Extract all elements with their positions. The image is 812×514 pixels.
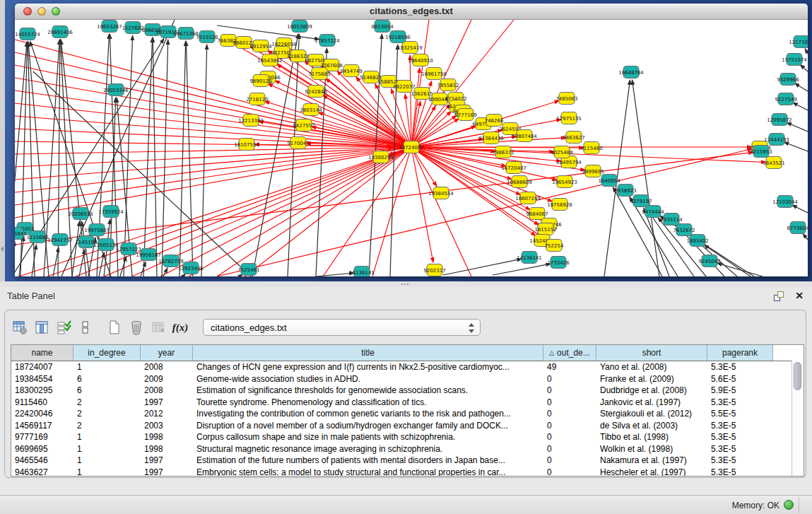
table-row[interactable]: 969969511998Structural magnetic resonanc… <box>11 443 804 455</box>
splitter-grip-icon[interactable] <box>401 283 409 286</box>
network-node[interactable]: 752254 <box>545 240 564 252</box>
table-row[interactable]: 1456911722003Disruption of a novel membe… <box>11 420 804 432</box>
network-node[interactable]: 746266 <box>485 115 504 127</box>
network-node[interactable]: 3175685 <box>308 68 330 80</box>
network-node[interactable]: 8427552 <box>293 119 314 132</box>
network-node[interactable]: 10688609 <box>507 176 532 188</box>
network-node[interactable]: 8938923 <box>614 185 636 197</box>
network-node[interactable]: 16648784 <box>618 66 644 78</box>
column-header-in_degree[interactable]: in_degree <box>73 345 141 361</box>
table-row[interactable]: 977716911998Corpus callosum shape and si… <box>11 431 804 443</box>
network-node[interactable]: 9227349 <box>775 93 796 105</box>
network-node[interactable]: 16053809 <box>287 21 312 33</box>
network-node[interactable]: 15720407 <box>501 162 526 174</box>
network-node[interactable]: 9474444 <box>642 206 664 218</box>
scrollbar-thumb[interactable] <box>794 362 801 390</box>
network-node[interactable]: 18640910 <box>408 54 433 66</box>
table-row[interactable]: 1938455462009Genome-wide association stu… <box>11 373 804 385</box>
network-node[interactable]: 14136141 <box>517 252 542 264</box>
network-node[interactable]: 18756928 <box>547 199 572 211</box>
close-panel-icon[interactable]: ✕ <box>795 290 804 301</box>
network-node[interactable]: 7632672 <box>673 224 695 236</box>
table-row[interactable]: 2242004622012Investigating the contribut… <box>11 408 804 420</box>
network-node[interactable]: 7525461 <box>237 264 259 276</box>
table-scrollbar[interactable] <box>792 361 804 476</box>
network-node[interactable]: 8912954 <box>249 40 272 52</box>
network-node[interactable]: 9025488 <box>551 146 572 158</box>
network-node[interactable]: 15136141 <box>349 267 375 277</box>
network-node[interactable]: 2935114 <box>660 214 683 226</box>
network-node[interactable]: 8454749 <box>340 65 362 77</box>
network-node[interactable]: 8215953 <box>750 146 772 158</box>
table-options-button[interactable] <box>11 318 29 337</box>
network-node[interactable]: 9777169 <box>454 109 476 121</box>
network-node[interactable]: 12173044 <box>789 36 808 48</box>
table-row[interactable]: 946554611997Estimation of the future num… <box>11 455 804 467</box>
network-node[interactable]: 19975887 <box>84 224 110 236</box>
network-node[interactable]: 17359924 <box>98 206 124 218</box>
network-node[interactable]: 19384554 <box>428 187 454 199</box>
delete-column-button[interactable] <box>127 318 146 337</box>
network-node[interactable]: 1527602 <box>122 22 143 34</box>
table-selector-dropdown[interactable]: citations_edges.txt <box>203 319 481 336</box>
network-node[interactable]: 9202317 <box>423 264 445 276</box>
show-columns-button[interactable] <box>33 318 51 337</box>
network-node[interactable]: 7515526 <box>196 31 218 43</box>
network-node[interactable]: 15751074 <box>782 54 807 66</box>
table-row[interactable]: 946362711997Embryonic stem cells: a mode… <box>11 467 804 477</box>
select-rows-button[interactable] <box>54 318 73 337</box>
column-header-name[interactable]: name <box>11 345 73 361</box>
cell-pagerank: 5.3E-5 <box>707 431 773 443</box>
network-node[interactable]: 8813054 <box>371 21 394 33</box>
network-node[interactable]: 7986372 <box>492 146 514 158</box>
node-label: 9025488 <box>551 150 572 156</box>
table-row[interactable]: 911546021997Tourette syndrome. Phenomeno… <box>11 397 804 409</box>
network-node[interactable]: 1815152 <box>534 223 556 235</box>
network-node[interactable]: 7955812 <box>437 79 459 91</box>
network-node[interactable]: 19654923 <box>552 176 577 188</box>
node-label: 18724007 <box>399 145 424 151</box>
network-node[interactable]: 9242848 <box>305 86 326 98</box>
cell-out_de: 0 <box>543 443 596 455</box>
table-row[interactable]: 1872400712008Changes of HCN gene express… <box>11 361 804 373</box>
column-header-year[interactable]: year <box>141 345 193 361</box>
cell-title: Estimation of significance thresholds fo… <box>193 385 543 397</box>
collapse-arrow-icon[interactable] <box>1 246 4 252</box>
create-column-button[interactable] <box>105 318 124 337</box>
column-header-title[interactable]: title <box>193 345 543 361</box>
column-header-short[interactable]: short <box>596 345 707 361</box>
network-node[interactable]: 1733426 <box>547 257 570 269</box>
network-node[interactable]: 1643521 <box>763 157 784 169</box>
network-node[interactable]: 9899695 <box>582 165 604 177</box>
network-canvas[interactable]: 1872400776638228860123891295418226058982… <box>15 20 808 276</box>
cell-pagerank: 5.3E-5 <box>707 443 773 455</box>
memory-status-indicator[interactable] <box>784 500 794 510</box>
import-table-disabled-button[interactable] <box>149 318 167 337</box>
network-node[interactable]: 10653267 <box>97 21 122 33</box>
network-node[interactable]: 12942757 <box>47 234 73 246</box>
network-node[interactable]: 6773604 <box>787 222 808 234</box>
network-node[interactable]: 9170043 <box>287 137 309 149</box>
network-node[interactable]: 17857224 <box>314 35 340 47</box>
network-node[interactable]: 7485063 <box>555 93 577 105</box>
network-node[interactable]: 2718120 <box>246 93 268 105</box>
network-node[interactable]: 1893402 <box>686 235 708 247</box>
function-builder-button[interactable]: f(x) <box>171 318 189 337</box>
panel-splitter[interactable] <box>0 281 812 287</box>
network-node[interactable]: 12975135 <box>556 112 582 124</box>
split-view-button[interactable] <box>76 318 95 337</box>
network-node[interactable]: 16961758 <box>421 68 447 80</box>
network-node[interactable]: 14055724 <box>15 28 40 40</box>
column-header-out_de[interactable]: △out_de... <box>543 345 596 361</box>
table-row[interactable]: 1830029562008Estimation of significance … <box>11 385 804 397</box>
network-node[interactable]: 12444193 <box>764 134 789 146</box>
network-node[interactable]: 2803144 <box>300 104 322 116</box>
network-node[interactable]: 20206516 <box>68 208 93 220</box>
network-node[interactable]: 9115460 <box>580 142 602 154</box>
network-node[interactable]: 9463627 <box>563 132 584 144</box>
network-node[interactable]: 9329966 <box>777 74 799 86</box>
network-node[interactable]: 20691406 <box>47 26 73 38</box>
column-header-pagerank[interactable]: pagerank <box>707 345 773 361</box>
network-node[interactable]: 9245042 <box>698 255 720 267</box>
float-panel-icon[interactable] <box>774 291 784 301</box>
